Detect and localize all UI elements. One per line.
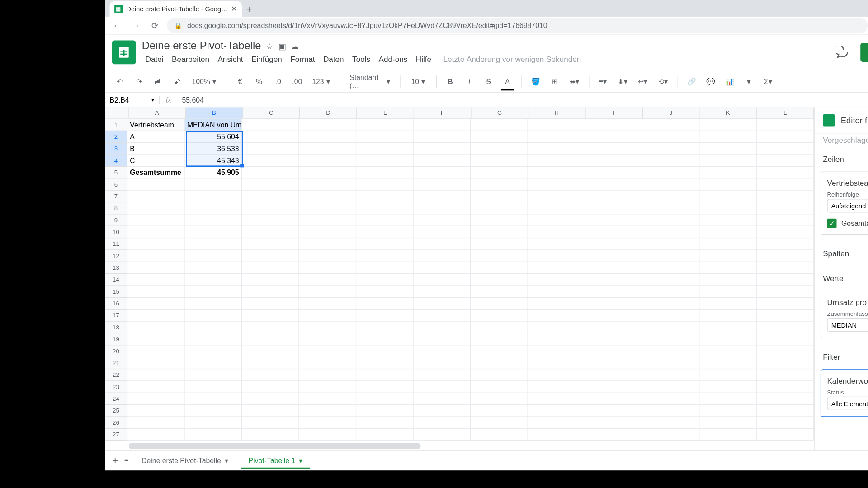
row-header[interactable]: 21 <box>105 357 127 369</box>
row-header[interactable]: 5 <box>105 167 127 178</box>
menu-bearbeiten[interactable]: Bearbeiten <box>168 54 213 65</box>
row-header[interactable]: 14 <box>105 274 127 286</box>
row-header[interactable]: 7 <box>105 191 127 202</box>
col-header[interactable]: E <box>357 107 414 118</box>
menu-ansicht[interactable]: Ansicht <box>214 54 247 65</box>
sheet-tab[interactable]: Deine erste Pivot-Tabelle▾ <box>134 453 235 468</box>
row-header[interactable]: 6 <box>105 178 127 190</box>
forward-icon[interactable]: → <box>129 19 143 33</box>
font-select[interactable]: Standard (…▾ <box>346 74 393 89</box>
row-header[interactable]: 25 <box>105 405 127 417</box>
menu-tools[interactable]: Tools <box>349 54 374 65</box>
col-header[interactable]: C <box>243 107 300 118</box>
back-icon[interactable]: ← <box>110 19 124 33</box>
add-sheet-button[interactable]: + <box>112 455 118 467</box>
row-header[interactable]: 2 <box>105 131 127 143</box>
currency-icon[interactable]: € <box>232 74 248 89</box>
percent-icon[interactable]: % <box>251 74 267 89</box>
number-format-select[interactable]: 123▾ <box>308 74 333 89</box>
menu-daten[interactable]: Daten <box>320 54 348 65</box>
col-header[interactable]: H <box>528 107 585 118</box>
sheet-tab-active[interactable]: Pivot-Tabelle 1▾ <box>241 453 310 468</box>
cell[interactable]: 45.343 <box>185 155 242 167</box>
redo-icon[interactable]: ↷ <box>131 74 146 89</box>
row-header[interactable]: 1 <box>105 119 127 131</box>
col-header[interactable]: B <box>186 107 243 118</box>
cell[interactable]: Vertriebsteam <box>127 119 185 131</box>
wrap-icon[interactable]: ↩▾ <box>634 74 651 89</box>
comment-icon[interactable]: 💬 <box>703 74 718 89</box>
row-header[interactable]: 17 <box>105 310 127 321</box>
move-icon[interactable]: ▣ <box>278 42 286 51</box>
col-header[interactable]: G <box>472 107 528 118</box>
italic-icon[interactable]: I <box>462 74 477 89</box>
strike-icon[interactable]: S <box>481 74 496 89</box>
row-header[interactable]: 22 <box>105 369 127 381</box>
fill-color-icon[interactable]: 🪣 <box>528 74 543 89</box>
comments-icon[interactable] <box>834 44 851 61</box>
row-header[interactable]: 15 <box>105 286 127 298</box>
status-select[interactable]: Alle Elemente werden angezeigt▾ <box>827 397 868 410</box>
menu-einfuegen[interactable]: Einfügen <box>248 54 285 65</box>
decrease-decimal-icon[interactable]: .0 <box>270 74 286 89</box>
row-header[interactable]: 4 <box>105 155 127 167</box>
zoom-select[interactable]: 100%▾ <box>189 74 220 89</box>
col-header[interactable]: I <box>585 107 642 118</box>
row-header[interactable]: 3 <box>105 143 127 155</box>
chart-icon[interactable]: 📊 <box>722 74 737 89</box>
print-icon[interactable]: 🖶 <box>150 74 165 89</box>
row-header[interactable]: 10 <box>105 226 127 238</box>
functions-icon[interactable]: Σ▾ <box>760 74 775 89</box>
row-header[interactable]: 26 <box>105 417 127 429</box>
col-header[interactable]: A <box>129 107 186 118</box>
reload-icon[interactable]: ⟳ <box>148 19 162 33</box>
row-header[interactable]: 23 <box>105 381 127 393</box>
valign-icon[interactable]: ⬍▾ <box>614 74 631 89</box>
share-button[interactable]: 🔒 Freigeben <box>860 43 868 62</box>
increase-decimal-icon[interactable]: .00 <box>289 74 305 89</box>
row-header[interactable]: 24 <box>105 393 127 405</box>
horizontal-scrollbar[interactable] <box>129 443 421 449</box>
row-header[interactable]: 19 <box>105 333 127 345</box>
row-header[interactable]: 18 <box>105 322 127 333</box>
menu-datei[interactable]: Datei <box>142 54 167 65</box>
name-box[interactable]: B2:B4▾ <box>105 96 160 104</box>
cell[interactable]: C <box>127 155 185 167</box>
menu-addons[interactable]: Add-ons <box>375 54 411 65</box>
text-color-icon[interactable]: A <box>500 74 515 89</box>
formula-value[interactable]: 55.604 <box>177 96 208 104</box>
link-icon[interactable]: 🔗 <box>684 74 699 89</box>
cell[interactable]: A <box>127 131 185 143</box>
paint-format-icon[interactable]: 🖌 <box>169 74 184 89</box>
row-header[interactable]: 11 <box>105 238 127 250</box>
row-header[interactable]: 27 <box>105 429 127 441</box>
col-header[interactable]: L <box>757 107 814 118</box>
col-header[interactable]: J <box>643 107 700 118</box>
row-header[interactable]: 20 <box>105 345 127 357</box>
show-totals-checkbox[interactable]: ✓ <box>827 219 836 228</box>
last-edit-text[interactable]: Letzte Änderung vor wenigen Sekunden <box>436 54 585 65</box>
menu-format[interactable]: Format <box>287 54 318 65</box>
col-header[interactable]: K <box>700 107 757 118</box>
all-sheets-button[interactable]: ≡ <box>124 456 128 465</box>
spreadsheet-grid[interactable]: A B C D E F G H I J K L 1 2 3 4 5 <box>105 107 814 450</box>
row-header[interactable]: 12 <box>105 250 127 262</box>
row-header[interactable]: 8 <box>105 202 127 214</box>
cell[interactable]: Gesamtsumme <box>127 167 185 178</box>
new-tab-button[interactable]: + <box>242 2 256 17</box>
cell[interactable]: B <box>127 143 185 155</box>
select-all-corner[interactable] <box>105 107 129 118</box>
menu-hilfe[interactable]: Hilfe <box>412 54 435 65</box>
row-header[interactable]: 9 <box>105 214 127 226</box>
merge-icon[interactable]: ⬌▾ <box>566 74 583 89</box>
bold-icon[interactable]: B <box>443 74 458 89</box>
address-bar[interactable]: 🔒 docs.google.com/spreadsheets/d/1nVxVrV… <box>167 18 868 33</box>
rotate-icon[interactable]: ⟲▾ <box>655 74 671 89</box>
font-size-select[interactable]: 10▾ <box>406 74 430 89</box>
cloud-icon[interactable]: ☁ <box>291 42 299 51</box>
undo-icon[interactable]: ↶ <box>112 74 127 89</box>
sheets-logo-icon[interactable] <box>112 41 136 65</box>
borders-icon[interactable]: ⊞ <box>547 74 562 89</box>
document-title[interactable]: Deine erste Pivot-Tabelle <box>142 40 261 52</box>
cell[interactable]: 55.604 <box>185 131 242 143</box>
